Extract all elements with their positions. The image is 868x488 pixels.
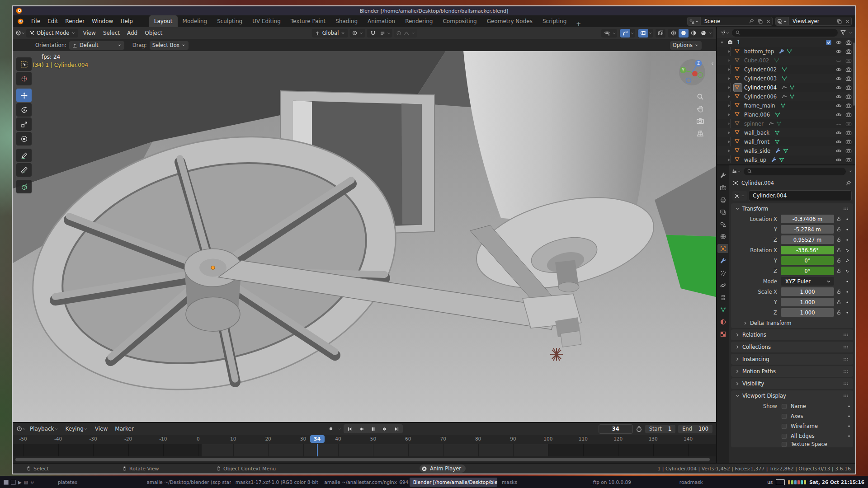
value-field[interactable]: 1.000 [781,298,834,306]
object-type-dropdown[interactable] [732,191,747,201]
eye-icon[interactable] [835,112,842,118]
checkbox-icon[interactable] [781,423,788,430]
scene-selector[interactable]: Scene [687,17,773,26]
camera-icon[interactable] [845,94,852,100]
tool-orientation-dropdown[interactable]: Default [69,41,124,50]
gizmos-toggle[interactable] [620,29,630,38]
properties-search-input[interactable] [744,168,846,175]
properties-tab-output[interactable] [717,195,728,204]
stop-icon[interactable] [421,466,427,472]
outliner-row[interactable]: wall_back [717,128,855,137]
viewport-camera-icon[interactable] [696,117,704,125]
animate-dot-icon[interactable] [844,279,850,284]
properties-tab-scene[interactable] [717,220,728,229]
terminal-icon[interactable]: ⎉ [30,479,34,485]
viewport-zoom-icon[interactable] [696,93,704,101]
tool-transform-button[interactable] [16,132,32,145]
lock-icon[interactable] [836,289,842,295]
disclosure-icon[interactable] [727,122,734,126]
viewport-menu-view[interactable]: View [79,30,99,36]
delta-transform-row[interactable]: Delta Transform [731,318,853,328]
properties-tab-physics[interactable] [717,281,728,290]
eye-icon[interactable] [835,148,842,154]
frame-start-field[interactable]: Start1 [645,425,675,433]
pivot-dropdown[interactable] [349,29,365,38]
timeline-body[interactable] [13,444,716,456]
animate-dot-icon[interactable] [844,227,850,232]
eye-icon[interactable] [835,157,842,163]
grip-icon[interactable] [842,380,849,387]
outliner-row[interactable]: Cylinder.003 [717,74,855,83]
tool-scale-button[interactable] [16,117,32,131]
viewport-hand-icon[interactable] [696,105,704,113]
outliner-row[interactable]: Cube.002 [717,56,855,65]
properties-tab-object[interactable] [717,244,728,253]
taskbar-window-button[interactable]: Blender [/home/amalie/Desktop/blender/b.… [410,478,497,487]
shading-wireframe-button[interactable] [669,29,679,38]
mode-dropdown[interactable]: Object Mode [26,29,78,38]
window-titlebar[interactable]: Blender [/home/amalie/Desktop/blender/ba… [13,6,855,15]
disclosure-icon[interactable] [727,149,734,153]
value-field[interactable]: 1.000 [781,287,834,296]
object-star[interactable] [550,348,563,361]
camera-icon[interactable] [845,66,852,73]
camera-icon[interactable] [845,48,852,55]
tab-animation[interactable]: Animation [363,15,400,27]
blender-menu-icon[interactable] [17,18,24,25]
menu-edit[interactable]: Edit [44,18,61,24]
eye-icon[interactable] [835,94,842,100]
disclosure-icon[interactable] [727,113,734,117]
eye-icon[interactable] [835,39,842,46]
animate-dot-icon[interactable] [846,404,852,409]
eye-icon[interactable] [835,139,842,145]
tab-sculpting[interactable]: Sculpting [212,15,247,27]
eye-icon[interactable] [835,121,842,127]
eye-icon[interactable] [835,66,842,73]
camera-icon[interactable] [845,130,852,136]
panel-collections[interactable]: Collections [731,342,853,352]
viewport-menu-select[interactable]: Select [99,30,123,36]
value-field[interactable]: 0.95527 m [781,235,834,244]
overlays-toggle[interactable] [638,29,648,38]
tool-move-button[interactable] [16,89,32,102]
checkbox-icon[interactable] [781,441,788,447]
value-field[interactable]: 1.000 [781,308,834,317]
animate-dot-icon[interactable] [844,300,850,305]
tool-cursor-button[interactable] [16,72,32,85]
disclosure-icon[interactable] [727,140,734,144]
disclosure-icon[interactable] [727,94,734,99]
filter-icon[interactable] [840,29,846,36]
camera-icon[interactable] [845,157,852,163]
outliner-row[interactable]: walls_up [717,155,855,164]
properties-tab-view-layer[interactable] [717,207,728,216]
tab-geometry-nodes[interactable]: Geometry Nodes [482,15,538,27]
value-field[interactable]: 0° [781,267,834,275]
close-icon[interactable] [844,19,851,24]
orientation-dropdown[interactable]: Global [312,29,348,38]
menu-render[interactable]: Render [61,18,88,24]
value-field[interactable]: -336.56° [781,246,834,254]
camera-icon[interactable] [845,75,852,82]
chevron-down-icon[interactable] [849,31,853,35]
animate-dot-icon[interactable] [846,433,852,439]
workspace-icon[interactable] [11,480,16,485]
transform-panel-header[interactable]: Transform [731,203,853,214]
mode-select[interactable]: XYZ Euler [781,277,834,286]
jump-to-end-button[interactable] [391,425,402,433]
disclosure-icon[interactable] [727,76,734,81]
timeline-menu-marker[interactable]: Marker [111,426,137,432]
view-layer-selector[interactable]: ViewLayer [775,17,852,26]
disclosure-icon[interactable] [727,85,734,90]
checkbox-icon[interactable] [781,413,788,420]
chevron-down-icon[interactable] [848,169,853,174]
pin-icon[interactable] [845,180,852,187]
close-icon[interactable] [764,19,772,24]
taskbar-window-button[interactable]: platetex [54,478,142,487]
pause-button[interactable] [368,425,379,433]
tool-rotate-button[interactable] [16,103,32,117]
lock-icon[interactable] [836,247,842,253]
viewport-3d[interactable]: fps: 24 (34) 1 | Cylinder.004 Y Z [13,51,716,422]
keyframe-diamond-icon[interactable] [844,258,850,263]
tool-select-box-button[interactable] [16,57,32,71]
falloff-icon[interactable] [403,30,409,36]
